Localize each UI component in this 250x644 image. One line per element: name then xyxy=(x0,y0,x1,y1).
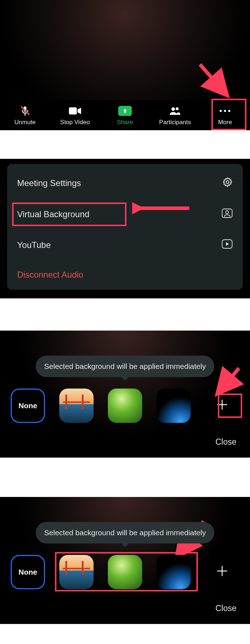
bg-add-button[interactable] xyxy=(205,555,239,589)
gear-icon xyxy=(222,177,233,190)
bg-bridge-tile[interactable] xyxy=(59,389,94,423)
share-button[interactable]: Share xyxy=(107,105,143,126)
share-label: Share xyxy=(117,119,133,126)
plus-icon xyxy=(216,397,228,414)
bg-none-tile[interactable]: None xyxy=(11,389,45,423)
apply-tooltip-text: Selected background will be applied imme… xyxy=(44,528,206,537)
more-button[interactable]: More xyxy=(207,105,243,126)
virtual-background-row[interactable]: Virtual Background xyxy=(7,199,243,230)
bg-bridge-tile[interactable] xyxy=(59,555,94,589)
mic-muted-icon xyxy=(20,105,30,117)
unmute-label: Unmute xyxy=(14,119,36,126)
more-label: More xyxy=(218,119,232,126)
virtual-background-label: Virtual Background xyxy=(17,209,89,219)
close-label: Close xyxy=(215,437,236,447)
meeting-settings-label: Meeting Settings xyxy=(17,178,81,188)
play-frame-icon xyxy=(221,239,233,251)
participants-button[interactable]: Participants xyxy=(157,105,193,126)
apply-tooltip-text: Selected background will be applied imme… xyxy=(44,362,206,370)
youtube-label: YouTube xyxy=(17,240,51,250)
background-strip: None xyxy=(5,554,245,590)
svg-point-3 xyxy=(171,107,175,111)
participants-label: Participants xyxy=(159,119,191,126)
bg-grass-tile[interactable] xyxy=(108,389,142,423)
svg-point-11 xyxy=(226,211,229,214)
disconnect-audio-label: Disconnect Audio xyxy=(17,270,83,280)
share-icon xyxy=(118,105,132,117)
close-label: Close xyxy=(215,604,236,613)
meeting-toolbar-panel: Unmute Stop Video Share Parti xyxy=(0,0,250,130)
stop-video-button[interactable]: Stop Video xyxy=(57,105,93,126)
svg-point-9 xyxy=(226,181,229,184)
youtube-row[interactable]: YouTube xyxy=(7,230,243,260)
separator xyxy=(0,458,250,497)
video-preview-area xyxy=(0,0,250,100)
more-dots-icon xyxy=(219,105,231,117)
close-button[interactable]: Close xyxy=(5,590,245,616)
background-strip: None xyxy=(5,388,245,424)
bg-earth-tile[interactable] xyxy=(156,555,191,589)
background-picker-panel-add: Selected background will be applied imme… xyxy=(0,331,250,458)
more-menu-panel: Meeting Settings Virtual Background YouT xyxy=(0,159,250,298)
apply-tooltip: Selected background will be applied imme… xyxy=(36,356,215,377)
svg-rect-2 xyxy=(69,107,77,114)
disconnect-audio-row[interactable]: Disconnect Audio xyxy=(7,260,243,286)
meeting-settings-row[interactable]: Meeting Settings xyxy=(7,167,243,199)
separator xyxy=(0,298,250,331)
separator xyxy=(0,130,250,159)
plus-icon xyxy=(216,564,228,581)
bg-grass-tile[interactable] xyxy=(108,555,142,589)
bg-earth-tile[interactable] xyxy=(156,389,191,423)
bg-none-label: None xyxy=(19,401,38,410)
person-frame-icon xyxy=(221,208,233,220)
svg-point-6 xyxy=(224,110,226,112)
close-button[interactable]: Close xyxy=(5,424,245,450)
svg-point-4 xyxy=(176,107,179,110)
svg-point-7 xyxy=(228,110,230,112)
unmute-button[interactable]: Unmute xyxy=(7,105,43,126)
participants-icon xyxy=(169,105,181,117)
bg-none-label: None xyxy=(19,568,38,576)
bg-none-tile[interactable]: None xyxy=(11,555,45,589)
bg-add-button[interactable] xyxy=(205,389,239,423)
svg-rect-10 xyxy=(222,209,232,218)
background-picker-panel-select: Selected background will be applied imme… xyxy=(0,497,250,624)
apply-tooltip: Selected background will be applied imme… xyxy=(36,522,215,543)
meeting-toolbar: Unmute Stop Video Share Parti xyxy=(0,100,250,130)
stop-video-label: Stop Video xyxy=(60,119,90,126)
settings-list: Meeting Settings Virtual Background YouT xyxy=(7,164,243,290)
video-icon xyxy=(69,105,81,117)
svg-point-5 xyxy=(220,110,222,112)
